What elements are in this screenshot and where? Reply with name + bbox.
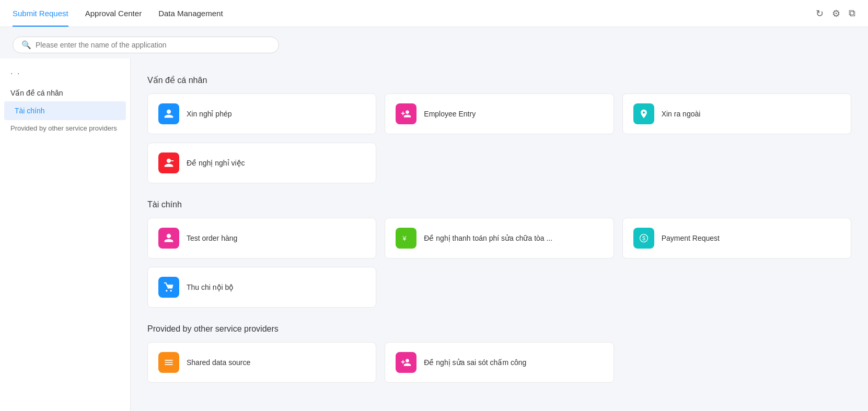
app-card-de-nghi-nghi-viec[interactable]: Đề nghị nghỉ việc (147, 143, 376, 183)
app-card-shared-data-source[interactable]: Shared data source (147, 342, 376, 383)
app-label-de-nghi-sua-sai: Đề nghị sửa sai sót chấm công (424, 358, 526, 367)
content-area: Vấn đề cá nhân Xin nghỉ phép Employee En… (131, 58, 868, 411)
app-card-thu-chi-noi-bo[interactable]: Thu chi nội bộ (147, 267, 376, 308)
app-icon-de-nghi-thanh-toan: ¥ (396, 228, 416, 249)
app-icon-de-nghi-nghi-viec (158, 152, 179, 173)
app-card-employee-entry[interactable]: Employee Entry (385, 93, 614, 134)
nav-tabs: Submit Request Approval Center Data Mana… (13, 0, 223, 27)
app-icon-test-order-hang (158, 228, 179, 249)
section-title-van-de-ca-nhan: Vấn đề cá nhân (147, 75, 851, 85)
app-label-payment-request: Payment Request (662, 234, 720, 242)
card-grid-other-providers: Shared data source Đề nghị sửa sai sót c… (147, 342, 851, 383)
app-card-xin-ra-ngoai[interactable]: Xin ra ngoài (622, 93, 851, 134)
card-grid-tai-chinh: Test order hàng ¥ Đề nghị thanh toán phí… (147, 218, 851, 308)
app-label-xin-ra-ngoai: Xin ra ngoài (662, 110, 701, 118)
svg-text:$: $ (642, 235, 645, 241)
search-input[interactable] (36, 41, 270, 49)
sidebar-item-other-providers[interactable]: Provided by other service providers (0, 120, 130, 136)
app-label-test-order-hang: Test order hàng (187, 234, 237, 242)
app-card-test-order-hang[interactable]: Test order hàng (147, 218, 376, 259)
sidebar-section-label: Vấn đề cá nhân (0, 85, 130, 101)
sidebar: · · Vấn đề cá nhân Tài chính Provided by… (0, 58, 131, 411)
nav-icon-group: ↻ ⚙ ⧉ (816, 8, 855, 19)
app-label-xin-nghi-phep: Xin nghỉ phép (187, 110, 232, 118)
app-icon-shared-data-source (158, 352, 179, 373)
app-label-shared-data-source: Shared data source (187, 358, 250, 367)
app-icon-de-nghi-sua-sai (396, 352, 416, 373)
app-card-de-nghi-thanh-toan[interactable]: ¥ Đề nghị thanh toán phí sửa chữa tòa ..… (385, 218, 614, 259)
app-icon-employee-entry (396, 103, 416, 124)
app-card-payment-request[interactable]: $ Payment Request (622, 218, 851, 259)
svg-text:¥: ¥ (402, 234, 407, 242)
section-title-other-providers: Provided by other service providers (147, 324, 851, 334)
search-area: 🔍 (0, 27, 868, 58)
refresh-icon[interactable]: ↻ (816, 8, 824, 19)
app-label-de-nghi-thanh-toan: Đề nghị thanh toán phí sửa chữa tòa ... (424, 234, 552, 242)
app-label-employee-entry: Employee Entry (424, 110, 476, 118)
app-label-de-nghi-nghi-viec: Đề nghị nghỉ việc (187, 159, 245, 167)
app-card-xin-nghi-phep[interactable]: Xin nghỉ phép (147, 93, 376, 134)
app-label-thu-chi-noi-bo: Thu chi nội bộ (187, 283, 234, 291)
app-card-de-nghi-sua-sai[interactable]: Đề nghị sửa sai sót chấm công (385, 342, 614, 383)
tab-submit-request[interactable]: Submit Request (13, 0, 68, 27)
expand-icon[interactable]: ⧉ (849, 8, 855, 19)
section-title-tai-chinh: Tài chính (147, 200, 851, 209)
search-bar-container: 🔍 (13, 37, 279, 53)
top-nav: Submit Request Approval Center Data Mana… (0, 0, 868, 27)
app-icon-xin-ra-ngoai (633, 103, 654, 124)
sidebar-item-tai-chinh[interactable]: Tài chính (4, 101, 126, 120)
tab-approval-center[interactable]: Approval Center (85, 0, 142, 27)
sidebar-dots: · · (0, 67, 130, 85)
card-grid-van-de: Xin nghỉ phép Employee Entry Xin ra ngoà… (147, 93, 851, 183)
app-icon-payment-request: $ (633, 228, 654, 249)
app-icon-thu-chi-noi-bo (158, 277, 179, 298)
tab-data-management[interactable]: Data Management (158, 0, 223, 27)
search-icon: 🔍 (21, 40, 31, 50)
main-layout: · · Vấn đề cá nhân Tài chính Provided by… (0, 58, 868, 411)
settings-icon[interactable]: ⚙ (832, 8, 840, 19)
app-icon-xin-nghi-phep (158, 103, 179, 124)
